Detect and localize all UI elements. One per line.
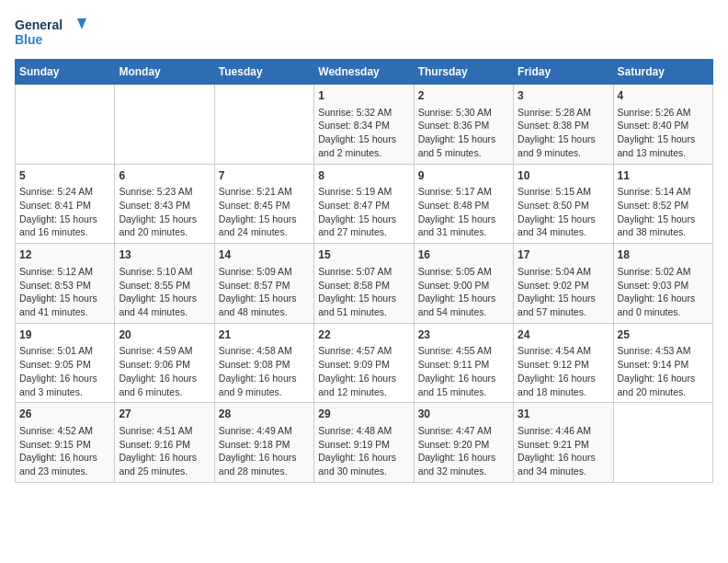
calendar-week-4: 19Sunrise: 5:01 AM Sunset: 9:05 PM Dayli… bbox=[16, 323, 713, 403]
calendar-cell: 27Sunrise: 4:51 AM Sunset: 9:16 PM Dayli… bbox=[115, 403, 214, 483]
day-number: 21 bbox=[219, 327, 310, 343]
calendar-cell: 15Sunrise: 5:07 AM Sunset: 8:58 PM Dayli… bbox=[314, 244, 414, 324]
day-number: 13 bbox=[119, 247, 210, 263]
calendar-cell: 23Sunrise: 4:55 AM Sunset: 9:11 PM Dayli… bbox=[414, 323, 513, 403]
header-wednesday: Wednesday bbox=[314, 60, 414, 85]
day-info: Sunrise: 5:26 AM Sunset: 8:40 PM Dayligh… bbox=[618, 106, 709, 160]
calendar-cell bbox=[115, 85, 214, 165]
calendar-cell: 20Sunrise: 4:59 AM Sunset: 9:06 PM Dayli… bbox=[115, 323, 214, 403]
header-monday: Monday bbox=[115, 60, 214, 85]
day-number: 12 bbox=[19, 247, 110, 263]
day-number: 6 bbox=[119, 168, 210, 184]
day-info: Sunrise: 4:49 AM Sunset: 9:18 PM Dayligh… bbox=[219, 424, 310, 478]
day-info: Sunrise: 4:55 AM Sunset: 9:11 PM Dayligh… bbox=[418, 344, 509, 398]
calendar-cell: 22Sunrise: 4:57 AM Sunset: 9:09 PM Dayli… bbox=[314, 323, 414, 403]
day-number: 14 bbox=[219, 247, 310, 263]
logo: General Blue bbox=[15, 15, 88, 52]
header-sunday: Sunday bbox=[16, 60, 115, 85]
header-friday: Friday bbox=[514, 60, 613, 85]
header-tuesday: Tuesday bbox=[214, 60, 313, 85]
calendar-cell: 10Sunrise: 5:15 AM Sunset: 8:50 PM Dayli… bbox=[514, 164, 613, 244]
day-info: Sunrise: 5:05 AM Sunset: 9:00 PM Dayligh… bbox=[418, 265, 509, 319]
day-info: Sunrise: 4:47 AM Sunset: 9:20 PM Dayligh… bbox=[418, 424, 509, 478]
day-info: Sunrise: 5:01 AM Sunset: 9:05 PM Dayligh… bbox=[19, 344, 110, 398]
day-info: Sunrise: 5:15 AM Sunset: 8:50 PM Dayligh… bbox=[518, 185, 609, 239]
calendar-week-3: 12Sunrise: 5:12 AM Sunset: 8:53 PM Dayli… bbox=[16, 244, 713, 324]
day-number: 25 bbox=[618, 327, 709, 343]
calendar-table: SundayMondayTuesdayWednesdayThursdayFrid… bbox=[15, 59, 713, 483]
day-number: 23 bbox=[418, 327, 509, 343]
calendar-cell: 18Sunrise: 5:02 AM Sunset: 9:03 PM Dayli… bbox=[613, 244, 712, 324]
day-number: 29 bbox=[318, 407, 409, 422]
calendar-cell bbox=[16, 85, 115, 165]
day-number: 3 bbox=[518, 88, 609, 104]
day-info: Sunrise: 5:24 AM Sunset: 8:41 PM Dayligh… bbox=[19, 185, 110, 239]
svg-text:Blue: Blue bbox=[15, 32, 43, 47]
calendar-header-row: SundayMondayTuesdayWednesdayThursdayFrid… bbox=[16, 60, 713, 85]
day-info: Sunrise: 5:23 AM Sunset: 8:43 PM Dayligh… bbox=[119, 185, 210, 239]
day-info: Sunrise: 5:02 AM Sunset: 9:03 PM Dayligh… bbox=[618, 265, 709, 319]
day-number: 9 bbox=[418, 168, 509, 184]
day-number: 31 bbox=[518, 407, 609, 422]
day-number: 30 bbox=[418, 407, 509, 422]
header-saturday: Saturday bbox=[613, 60, 712, 85]
day-info: Sunrise: 4:54 AM Sunset: 9:12 PM Dayligh… bbox=[518, 344, 609, 398]
calendar-cell: 5Sunrise: 5:24 AM Sunset: 8:41 PM Daylig… bbox=[16, 164, 115, 244]
calendar-week-5: 26Sunrise: 4:52 AM Sunset: 9:15 PM Dayli… bbox=[16, 403, 713, 483]
logo-icon: General Blue bbox=[15, 15, 88, 52]
calendar-cell: 7Sunrise: 5:21 AM Sunset: 8:45 PM Daylig… bbox=[214, 164, 313, 244]
calendar-cell: 12Sunrise: 5:12 AM Sunset: 8:53 PM Dayli… bbox=[16, 244, 115, 324]
calendar-cell: 6Sunrise: 5:23 AM Sunset: 8:43 PM Daylig… bbox=[115, 164, 214, 244]
calendar-cell: 13Sunrise: 5:10 AM Sunset: 8:55 PM Dayli… bbox=[115, 244, 214, 324]
day-number: 15 bbox=[318, 247, 409, 263]
day-number: 17 bbox=[518, 247, 609, 263]
day-number: 16 bbox=[418, 247, 509, 263]
day-info: Sunrise: 5:04 AM Sunset: 9:02 PM Dayligh… bbox=[518, 265, 609, 319]
day-number: 24 bbox=[518, 327, 609, 343]
calendar-cell: 30Sunrise: 4:47 AM Sunset: 9:20 PM Dayli… bbox=[414, 403, 513, 483]
day-info: Sunrise: 4:51 AM Sunset: 9:16 PM Dayligh… bbox=[119, 424, 210, 478]
calendar-cell: 3Sunrise: 5:28 AM Sunset: 8:38 PM Daylig… bbox=[514, 85, 613, 165]
day-info: Sunrise: 5:09 AM Sunset: 8:57 PM Dayligh… bbox=[219, 265, 310, 319]
calendar-cell: 24Sunrise: 4:54 AM Sunset: 9:12 PM Dayli… bbox=[514, 323, 613, 403]
day-info: Sunrise: 5:12 AM Sunset: 8:53 PM Dayligh… bbox=[19, 265, 110, 319]
day-info: Sunrise: 5:28 AM Sunset: 8:38 PM Dayligh… bbox=[518, 106, 609, 160]
calendar-cell: 29Sunrise: 4:48 AM Sunset: 9:19 PM Dayli… bbox=[314, 403, 414, 483]
day-number: 19 bbox=[19, 327, 110, 343]
day-number: 5 bbox=[19, 168, 110, 184]
day-number: 20 bbox=[119, 327, 210, 343]
day-info: Sunrise: 4:58 AM Sunset: 9:08 PM Dayligh… bbox=[219, 344, 310, 398]
day-info: Sunrise: 4:46 AM Sunset: 9:21 PM Dayligh… bbox=[518, 424, 609, 478]
calendar-week-1: 1Sunrise: 5:32 AM Sunset: 8:34 PM Daylig… bbox=[16, 85, 713, 165]
day-info: Sunrise: 4:52 AM Sunset: 9:15 PM Dayligh… bbox=[19, 424, 110, 478]
day-number: 11 bbox=[618, 168, 709, 184]
day-info: Sunrise: 4:57 AM Sunset: 9:09 PM Dayligh… bbox=[318, 344, 409, 398]
page-header: General Blue bbox=[15, 15, 713, 52]
calendar-cell: 19Sunrise: 5:01 AM Sunset: 9:05 PM Dayli… bbox=[16, 323, 115, 403]
day-info: Sunrise: 4:48 AM Sunset: 9:19 PM Dayligh… bbox=[318, 424, 409, 478]
calendar-cell: 11Sunrise: 5:14 AM Sunset: 8:52 PM Dayli… bbox=[613, 164, 712, 244]
calendar-cell: 16Sunrise: 5:05 AM Sunset: 9:00 PM Dayli… bbox=[414, 244, 513, 324]
calendar-cell bbox=[214, 85, 313, 165]
calendar-cell: 14Sunrise: 5:09 AM Sunset: 8:57 PM Dayli… bbox=[214, 244, 313, 324]
day-number: 28 bbox=[219, 407, 310, 422]
day-info: Sunrise: 5:17 AM Sunset: 8:48 PM Dayligh… bbox=[418, 185, 509, 239]
calendar-cell: 17Sunrise: 5:04 AM Sunset: 9:02 PM Dayli… bbox=[514, 244, 613, 324]
day-number: 8 bbox=[318, 168, 409, 184]
svg-marker-2 bbox=[77, 18, 86, 29]
header-thursday: Thursday bbox=[414, 60, 513, 85]
calendar-cell: 31Sunrise: 4:46 AM Sunset: 9:21 PM Dayli… bbox=[514, 403, 613, 483]
day-number: 10 bbox=[518, 168, 609, 184]
day-number: 4 bbox=[618, 88, 709, 104]
day-info: Sunrise: 4:53 AM Sunset: 9:14 PM Dayligh… bbox=[618, 344, 709, 398]
day-info: Sunrise: 5:14 AM Sunset: 8:52 PM Dayligh… bbox=[618, 185, 709, 239]
calendar-cell: 8Sunrise: 5:19 AM Sunset: 8:47 PM Daylig… bbox=[314, 164, 414, 244]
calendar-cell: 26Sunrise: 4:52 AM Sunset: 9:15 PM Dayli… bbox=[16, 403, 115, 483]
day-number: 1 bbox=[318, 88, 409, 104]
day-info: Sunrise: 4:59 AM Sunset: 9:06 PM Dayligh… bbox=[119, 344, 210, 398]
calendar-cell: 9Sunrise: 5:17 AM Sunset: 8:48 PM Daylig… bbox=[414, 164, 513, 244]
day-info: Sunrise: 5:10 AM Sunset: 8:55 PM Dayligh… bbox=[119, 265, 210, 319]
calendar-cell: 25Sunrise: 4:53 AM Sunset: 9:14 PM Dayli… bbox=[613, 323, 712, 403]
day-number: 7 bbox=[219, 168, 310, 184]
calendar-cell: 1Sunrise: 5:32 AM Sunset: 8:34 PM Daylig… bbox=[314, 85, 414, 165]
